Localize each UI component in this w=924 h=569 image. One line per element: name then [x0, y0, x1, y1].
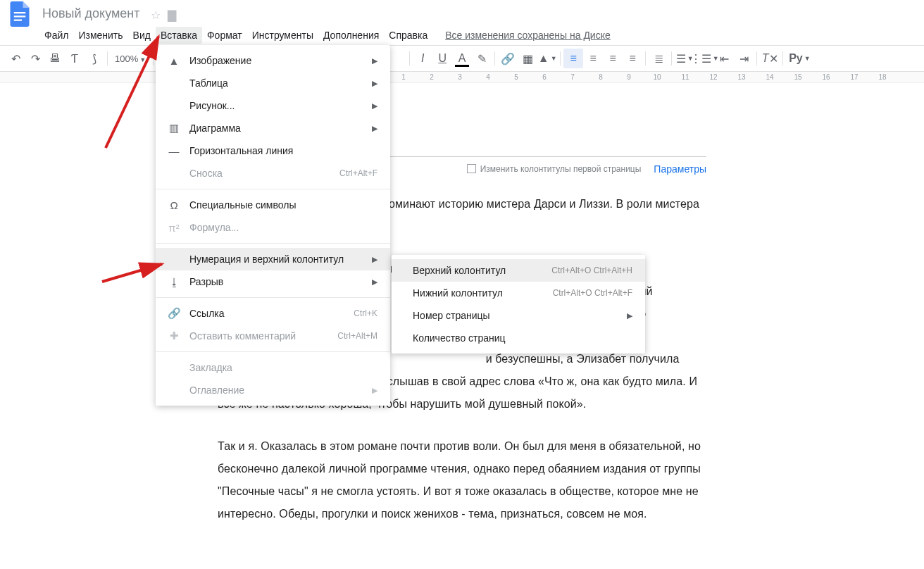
submenu-arrow-icon: ▶ — [372, 124, 377, 133]
menu-separator — [156, 297, 390, 298]
increase-indent-button[interactable]: ⇥ — [734, 49, 754, 68]
line-spacing-button[interactable]: ≣ — [649, 49, 668, 68]
input-tools-button[interactable]: Ру▼ — [786, 49, 813, 68]
menu-separator — [156, 243, 390, 244]
break-icon: ⭳ — [166, 276, 182, 288]
ruler-tick: 5 — [502, 73, 530, 81]
numbering-submenu: Верхний колонтитулCtrl+Alt+O Ctrl+Alt+H … — [392, 255, 645, 354]
zoom-select[interactable]: 100%▼ — [111, 54, 150, 64]
insert-image-button[interactable]: ▲▼ — [537, 49, 557, 68]
ruler-tick: 8 — [587, 73, 615, 81]
menu-view[interactable]: Вид — [128, 27, 156, 44]
chart-icon: ▥ — [166, 122, 182, 135]
ruler-tick: 17 — [840, 73, 868, 81]
image-icon: ▲ — [166, 55, 182, 67]
ruler-tick: 18 — [868, 73, 897, 81]
menu-item-table[interactable]: Таблица▶ — [156, 72, 390, 94]
svg-rect-2 — [14, 20, 22, 21]
submenu-item-header[interactable]: Верхний колонтитулCtrl+Alt+O Ctrl+Alt+H — [392, 259, 645, 282]
menu-item-footnote: СноскаCtrl+Alt+F — [156, 162, 390, 185]
print-button[interactable]: 🖶 — [45, 49, 65, 68]
insert-menu-dropdown: ▲Изображение▶ Таблица▶ Рисунок...▶ ▥Диаг… — [156, 45, 390, 406]
ruler-tick: 13 — [728, 73, 756, 81]
ruler-tick: 15 — [784, 73, 812, 81]
menu-separator — [156, 351, 390, 352]
folder-icon[interactable]: ▇ — [168, 8, 176, 22]
first-page-different-checkbox[interactable]: Изменить колонтитулы первой страницы — [467, 164, 642, 174]
menu-addons[interactable]: Дополнения — [318, 27, 384, 44]
submenu-item-footer[interactable]: Нижний колонтитулCtrl+Alt+O Ctrl+Alt+F — [392, 282, 645, 304]
highlight-button[interactable]: ✎ — [472, 49, 492, 68]
bulleted-list-button[interactable]: ⋮☰▼ — [694, 49, 714, 68]
ruler-tick: 11 — [671, 73, 699, 81]
hline-icon: — — [166, 145, 182, 157]
menu-help[interactable]: Справка — [384, 27, 432, 44]
menu-item-chart[interactable]: ▥Диаграмма▶ — [156, 117, 390, 139]
star-icon[interactable]: ☆ — [151, 8, 161, 22]
menu-item-horizontal-line[interactable]: —Горизонтальная линия — [156, 139, 390, 162]
title-bar: Новый документ ☆ ▇ — [0, 0, 924, 25]
separator — [560, 51, 561, 65]
menu-item-bookmark: Закладка — [156, 356, 390, 379]
ruler: 1 2 3 4 5 6 7 8 9 10 11 12 13 14 15 16 1… — [0, 72, 924, 83]
svg-rect-1 — [14, 15, 26, 17]
ruler-tick: 6 — [530, 73, 558, 81]
menu-bar: Файл Изменить Вид Вставка Формат Инструм… — [0, 25, 924, 45]
redo-button[interactable]: ↷ — [25, 49, 45, 68]
align-left-button[interactable]: ≡ — [563, 49, 583, 68]
pi-icon: π² — [166, 222, 182, 234]
undo-button[interactable]: ↶ — [6, 49, 25, 68]
separator — [153, 51, 154, 65]
save-status[interactable]: Все изменения сохранены на Диске — [445, 30, 611, 41]
clear-formatting-button[interactable]: T✕ — [760, 49, 780, 68]
align-justify-button[interactable]: ≡ — [623, 49, 642, 68]
menu-item-numbering-header[interactable]: Нумерация и верхний колонтитул▶ — [156, 248, 390, 270]
ruler-tick: 12 — [699, 73, 728, 81]
align-right-button[interactable]: ≡ — [603, 49, 623, 68]
ruler-tick: 3 — [446, 73, 474, 81]
ruler-tick: 1 — [389, 73, 418, 81]
ruler-tick: 10 — [643, 73, 671, 81]
insert-link-button[interactable]: 🔗 — [498, 49, 518, 68]
menu-item-drawing[interactable]: Рисунок...▶ — [156, 94, 390, 117]
comment-icon: ✚ — [166, 330, 182, 342]
align-center-button[interactable]: ≡ — [583, 49, 603, 68]
submenu-arrow-icon: ▶ — [372, 79, 377, 88]
docs-logo-icon[interactable] — [6, 0, 34, 28]
menu-item-image[interactable]: ▲Изображение▶ — [156, 49, 390, 72]
submenu-arrow-icon: ▶ — [627, 311, 632, 320]
ruler-tick: 2 — [418, 73, 446, 81]
document-title[interactable]: Новый документ — [38, 5, 144, 22]
header-options-link[interactable]: Параметры — [654, 163, 706, 175]
submenu-arrow-icon: ▶ — [372, 277, 377, 287]
spellcheck-button[interactable]: Ƭ — [65, 49, 85, 68]
menu-tools[interactable]: Инструменты — [247, 27, 318, 44]
menu-file[interactable]: Файл — [39, 27, 73, 44]
italic-button[interactable]: I — [413, 49, 432, 68]
menu-insert[interactable]: Вставка — [156, 27, 202, 44]
submenu-arrow-icon: ▶ — [372, 386, 377, 395]
ruler-tick: 14 — [756, 73, 784, 81]
paint-format-button[interactable]: ⟆ — [85, 49, 104, 68]
submenu-arrow-icon: ▶ — [372, 255, 377, 264]
separator — [671, 51, 672, 65]
menu-format[interactable]: Формат — [202, 27, 247, 44]
menu-item-break[interactable]: ⭳Разрыв▶ — [156, 270, 390, 293]
submenu-item-page-count[interactable]: Количество страниц — [392, 327, 645, 349]
text-color-button[interactable]: A — [452, 49, 472, 68]
link-icon: 🔗 — [166, 307, 182, 320]
underline-button[interactable]: U — [432, 49, 452, 68]
separator — [782, 51, 783, 65]
menu-item-comment: ✚Оставить комментарийCtrl+Alt+M — [156, 325, 390, 347]
decrease-indent-button[interactable]: ⇤ — [714, 49, 734, 68]
ruler-tick: 4 — [474, 73, 502, 81]
submenu-arrow-icon: ▶ — [372, 101, 377, 111]
menu-edit[interactable]: Изменить — [73, 27, 127, 44]
separator — [645, 51, 646, 65]
menu-item-special-chars[interactable]: ΩСпециальные символы — [156, 194, 390, 216]
insert-comment-button[interactable]: ▦ — [518, 49, 537, 68]
submenu-item-page-number[interactable]: Номер страницы▶ — [392, 304, 645, 327]
menu-item-link[interactable]: 🔗СсылкаCtrl+K — [156, 302, 390, 325]
separator — [409, 51, 410, 65]
paragraph: Так и я. Оказалась в этом романе почти п… — [218, 435, 706, 525]
